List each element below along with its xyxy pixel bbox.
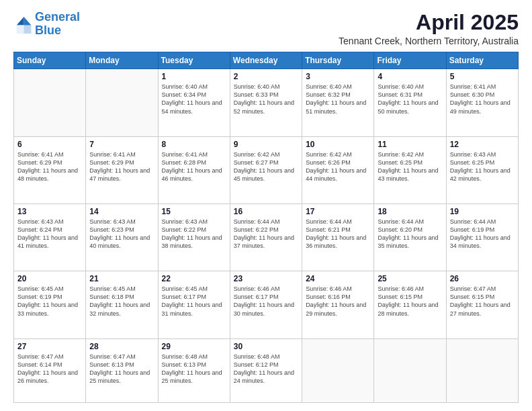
day-number: 4 — [378, 72, 442, 81]
day-number: 22 — [162, 274, 226, 283]
day-info: Sunrise: 6:42 AM Sunset: 6:26 PM Dayligh… — [306, 150, 370, 183]
day-number: 29 — [162, 342, 226, 351]
day-info: Sunrise: 6:47 AM Sunset: 6:14 PM Dayligh… — [17, 353, 82, 385]
calendar-cell: 11Sunrise: 6:42 AM Sunset: 6:25 PM Dayli… — [374, 136, 446, 203]
calendar-cell: 17Sunrise: 6:44 AM Sunset: 6:21 PM Dayli… — [302, 203, 374, 271]
day-number: 24 — [306, 274, 370, 283]
calendar-cell: 5Sunrise: 6:41 AM Sunset: 6:30 PM Daylig… — [446, 69, 518, 136]
calendar-cell: 3Sunrise: 6:40 AM Sunset: 6:32 PM Daylig… — [302, 69, 374, 136]
calendar-cell — [374, 338, 446, 403]
day-number: 28 — [89, 342, 154, 351]
day-number: 6 — [17, 140, 82, 149]
calendar-header-monday: Monday — [86, 52, 158, 69]
calendar-week-row: 20Sunrise: 6:45 AM Sunset: 6:19 PM Dayli… — [14, 271, 519, 338]
calendar-cell: 8Sunrise: 6:41 AM Sunset: 6:28 PM Daylig… — [158, 136, 230, 203]
calendar-week-row: 6Sunrise: 6:41 AM Sunset: 6:29 PM Daylig… — [14, 136, 519, 203]
day-info: Sunrise: 6:43 AM Sunset: 6:25 PM Dayligh… — [450, 150, 515, 183]
calendar-header-tuesday: Tuesday — [158, 52, 230, 69]
day-number: 5 — [450, 72, 515, 81]
day-info: Sunrise: 6:44 AM Sunset: 6:22 PM Dayligh… — [234, 218, 298, 250]
day-info: Sunrise: 6:47 AM Sunset: 6:13 PM Dayligh… — [89, 353, 154, 385]
day-info: Sunrise: 6:47 AM Sunset: 6:15 PM Dayligh… — [450, 285, 515, 318]
day-number: 25 — [378, 274, 442, 283]
title-block: April 2025 Tennant Creek, Northern Terri… — [339, 11, 519, 46]
day-info: Sunrise: 6:43 AM Sunset: 6:23 PM Dayligh… — [89, 218, 154, 250]
day-number: 23 — [234, 274, 298, 283]
day-number: 14 — [89, 207, 154, 216]
day-info: Sunrise: 6:40 AM Sunset: 6:34 PM Dayligh… — [162, 83, 226, 116]
day-number: 19 — [450, 207, 515, 216]
day-number: 3 — [306, 72, 370, 81]
calendar-cell: 1Sunrise: 6:40 AM Sunset: 6:34 PM Daylig… — [158, 69, 230, 136]
day-number: 21 — [89, 274, 154, 283]
calendar-cell: 14Sunrise: 6:43 AM Sunset: 6:23 PM Dayli… — [86, 203, 158, 271]
day-info: Sunrise: 6:41 AM Sunset: 6:28 PM Dayligh… — [162, 150, 226, 183]
calendar-cell: 27Sunrise: 6:47 AM Sunset: 6:14 PM Dayli… — [14, 338, 86, 403]
day-info: Sunrise: 6:42 AM Sunset: 6:25 PM Dayligh… — [378, 150, 442, 183]
calendar-cell — [302, 338, 374, 403]
day-info: Sunrise: 6:46 AM Sunset: 6:16 PM Dayligh… — [306, 285, 370, 318]
calendar-cell: 19Sunrise: 6:44 AM Sunset: 6:19 PM Dayli… — [446, 203, 518, 271]
day-info: Sunrise: 6:46 AM Sunset: 6:15 PM Dayligh… — [378, 285, 442, 318]
day-number: 12 — [450, 140, 515, 149]
calendar-cell: 9Sunrise: 6:42 AM Sunset: 6:27 PM Daylig… — [230, 136, 302, 203]
calendar-cell — [86, 69, 158, 136]
calendar-header-sunday: Sunday — [14, 52, 86, 69]
calendar-cell: 23Sunrise: 6:46 AM Sunset: 6:17 PM Dayli… — [230, 271, 302, 338]
calendar-cell: 12Sunrise: 6:43 AM Sunset: 6:25 PM Dayli… — [446, 136, 518, 203]
day-number: 20 — [17, 274, 82, 283]
logo-text: General Blue — [35, 11, 80, 38]
day-info: Sunrise: 6:48 AM Sunset: 6:12 PM Dayligh… — [234, 353, 298, 385]
day-number: 26 — [450, 274, 515, 283]
header: General Blue April 2025 Tennant Creek, N… — [13, 11, 519, 46]
day-number: 15 — [162, 207, 226, 216]
day-info: Sunrise: 6:43 AM Sunset: 6:24 PM Dayligh… — [17, 218, 82, 250]
calendar-cell: 30Sunrise: 6:48 AM Sunset: 6:12 PM Dayli… — [230, 338, 302, 403]
day-number: 27 — [17, 342, 82, 351]
calendar-header-wednesday: Wednesday — [230, 52, 302, 69]
day-info: Sunrise: 6:45 AM Sunset: 6:18 PM Dayligh… — [89, 285, 154, 318]
calendar-cell: 4Sunrise: 6:40 AM Sunset: 6:31 PM Daylig… — [374, 69, 446, 136]
calendar-cell: 28Sunrise: 6:47 AM Sunset: 6:13 PM Dayli… — [86, 338, 158, 403]
calendar-header-thursday: Thursday — [302, 52, 374, 69]
day-info: Sunrise: 6:45 AM Sunset: 6:17 PM Dayligh… — [162, 285, 226, 318]
subtitle: Tennant Creek, Northern Territory, Austr… — [339, 36, 519, 46]
calendar-header-friday: Friday — [374, 52, 446, 69]
calendar-cell: 13Sunrise: 6:43 AM Sunset: 6:24 PM Dayli… — [14, 203, 86, 271]
day-info: Sunrise: 6:42 AM Sunset: 6:27 PM Dayligh… — [234, 150, 298, 183]
day-number: 17 — [306, 207, 370, 216]
day-info: Sunrise: 6:41 AM Sunset: 6:30 PM Dayligh… — [450, 83, 515, 116]
day-number: 18 — [378, 207, 442, 216]
day-info: Sunrise: 6:45 AM Sunset: 6:19 PM Dayligh… — [17, 285, 82, 318]
day-number: 1 — [162, 72, 226, 81]
svg-marker-4 — [24, 25, 32, 33]
calendar-header-saturday: Saturday — [446, 52, 518, 69]
calendar-header-row: SundayMondayTuesdayWednesdayThursdayFrid… — [14, 52, 519, 69]
calendar-cell: 22Sunrise: 6:45 AM Sunset: 6:17 PM Dayli… — [158, 271, 230, 338]
calendar-cell: 16Sunrise: 6:44 AM Sunset: 6:22 PM Dayli… — [230, 203, 302, 271]
calendar-week-row: 27Sunrise: 6:47 AM Sunset: 6:14 PM Dayli… — [14, 338, 519, 403]
day-info: Sunrise: 6:48 AM Sunset: 6:13 PM Dayligh… — [162, 353, 226, 385]
calendar-cell — [446, 338, 518, 403]
day-info: Sunrise: 6:46 AM Sunset: 6:17 PM Dayligh… — [234, 285, 298, 318]
calendar-cell: 2Sunrise: 6:40 AM Sunset: 6:33 PM Daylig… — [230, 69, 302, 136]
day-number: 8 — [162, 140, 226, 149]
day-info: Sunrise: 6:44 AM Sunset: 6:19 PM Dayligh… — [450, 218, 515, 250]
calendar-table: SundayMondayTuesdayWednesdayThursdayFrid… — [13, 52, 519, 403]
calendar-cell: 29Sunrise: 6:48 AM Sunset: 6:13 PM Dayli… — [158, 338, 230, 403]
day-info: Sunrise: 6:44 AM Sunset: 6:21 PM Dayligh… — [306, 218, 370, 250]
svg-marker-3 — [17, 25, 24, 33]
day-number: 9 — [234, 140, 298, 149]
calendar-cell: 20Sunrise: 6:45 AM Sunset: 6:19 PM Dayli… — [14, 271, 86, 338]
day-info: Sunrise: 6:40 AM Sunset: 6:33 PM Dayligh… — [234, 83, 298, 116]
calendar-week-row: 1Sunrise: 6:40 AM Sunset: 6:34 PM Daylig… — [14, 69, 519, 136]
day-info: Sunrise: 6:40 AM Sunset: 6:32 PM Dayligh… — [306, 83, 370, 116]
calendar-cell: 15Sunrise: 6:43 AM Sunset: 6:22 PM Dayli… — [158, 203, 230, 271]
calendar-cell: 10Sunrise: 6:42 AM Sunset: 6:26 PM Dayli… — [302, 136, 374, 203]
month-title: April 2025 — [339, 11, 519, 34]
day-info: Sunrise: 6:41 AM Sunset: 6:29 PM Dayligh… — [89, 150, 154, 183]
day-number: 30 — [234, 342, 298, 351]
day-info: Sunrise: 6:40 AM Sunset: 6:31 PM Dayligh… — [378, 83, 442, 116]
calendar-cell: 24Sunrise: 6:46 AM Sunset: 6:16 PM Dayli… — [302, 271, 374, 338]
calendar-cell: 26Sunrise: 6:47 AM Sunset: 6:15 PM Dayli… — [446, 271, 518, 338]
